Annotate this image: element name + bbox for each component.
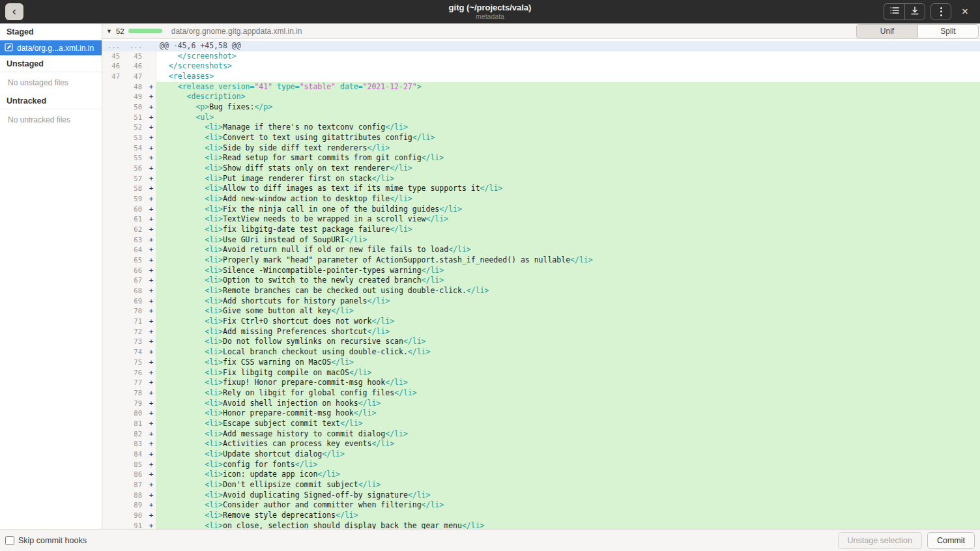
diff-line-row[interactable]: 76+ <li>Fix libgitg compile on macOS</li… [102, 368, 980, 378]
diff-line-row[interactable]: 71+ <li>Fix Ctrl+O shortcut does not wor… [102, 317, 980, 327]
diff-line-row[interactable]: 57+ <li>Put image renderer first on stac… [102, 174, 980, 184]
diff-line-row[interactable]: 55+ <li>Read setup for smart commits fro… [102, 153, 980, 163]
diff-line-row[interactable]: 79+ <li>Avoid shell injection on hooks</… [102, 399, 980, 409]
menu-button[interactable] [930, 3, 951, 20]
diff-line-row[interactable]: 68+ <li>Remote branches can be checked o… [102, 286, 980, 296]
diff-line-row[interactable]: 65+ <li>Properly mark "head" parameter o… [102, 255, 980, 266]
diff-marker: + [147, 449, 156, 460]
diff-line-row[interactable]: 66+ <li>Silence -Wincompatible-pointer-t… [102, 266, 980, 276]
diff-line-row[interactable]: 54+ <li>Side by side diff text renderers… [102, 143, 980, 154]
untracked-section-header: Untracked [0, 92, 102, 109]
diff-line-row[interactable]: 58+ <li>Allow to diff images as text if … [102, 184, 980, 194]
list-icon [890, 7, 899, 16]
diff-line-row[interactable]: 82+ <li>Add message history to commit di… [102, 429, 980, 440]
split-view-button[interactable]: Split [917, 24, 979, 38]
diff-line-row[interactable]: 48+ <release version="41" type="stable" … [102, 82, 980, 92]
diff-line-row[interactable]: 81+ <li>Escape subject commit text</li> [102, 419, 980, 429]
diff-line-row[interactable]: 80+ <li>Honor prepare-commit-msg hook</l… [102, 408, 980, 419]
diff-line-row[interactable]: 83+ <li>Activities can process key event… [102, 439, 980, 449]
diff-line-row[interactable]: 63+ <li>Use GUri instead of SoupURI</li> [102, 235, 980, 246]
new-line-number: 59 [124, 194, 147, 205]
diff-line-row[interactable]: 85+ <li>config for fonts</li> [102, 460, 980, 470]
new-line-number: ... [124, 41, 147, 51]
new-line-number: 80 [124, 408, 147, 419]
diff-line-row[interactable]: 89+ <li>Consider author and committer wh… [102, 500, 980, 511]
diff-line-row[interactable]: 91+ <li>on close, selection should displ… [102, 521, 980, 529]
new-line-number: 50 [124, 102, 147, 113]
expander-icon[interactable]: ▼ [106, 28, 112, 35]
diff-hunk-row[interactable]: ......@@ -45,6 +45,58 @@ [102, 41, 980, 51]
diff-line-row[interactable]: 64+ <li>Avoid return null if old or new … [102, 245, 980, 255]
back-button[interactable]: ‹ [5, 3, 23, 20]
new-line-number: 71 [124, 317, 147, 327]
diff-marker: + [147, 500, 156, 511]
diff-line-row[interactable]: 4646 </screenshots> [102, 61, 980, 72]
diff-line-row[interactable]: 72+ <li>Add missing Preferences shortcut… [102, 327, 980, 337]
diff-marker: + [147, 276, 156, 286]
code-text: <li>Update shortcut dialog</li> [156, 449, 980, 460]
diff-line-row[interactable]: 69+ <li>Add shortcuts for history panels… [102, 296, 980, 307]
action-buttons: Unstage selection Commit [838, 532, 975, 549]
close-window-button[interactable]: × [957, 3, 973, 20]
diff-line-row[interactable]: 84+ <li>Update shortcut dialog</li> [102, 449, 980, 460]
commit-button[interactable]: Commit [927, 532, 975, 549]
staged-file-item[interactable]: data/org.g...a.xml.in.in [0, 40, 102, 55]
diff-line-row[interactable]: 60+ <li>Fix the ninja call in one of the… [102, 205, 980, 215]
diff-line-row[interactable]: 62+ <li>fix libgitg-date test package fa… [102, 225, 980, 235]
diff-line-row[interactable]: 4747 <releases> [102, 72, 980, 82]
download-patch-button[interactable] [904, 3, 925, 20]
diff-marker: + [147, 122, 156, 133]
diff-line-row[interactable]: 88+ <li>Avoid duplicating Signed-off-by … [102, 490, 980, 501]
diff-line-row[interactable]: 51+ <ul> [102, 113, 980, 123]
code-text: <li>Activities can process key events</l… [156, 439, 980, 449]
diff-line-row[interactable]: 59+ <li>Add new-window action to desktop… [102, 194, 980, 205]
code-text: @@ -45,6 +45,58 @@ [156, 41, 980, 51]
diff-line-row[interactable]: 61+ <li>TextView needs to be wrapped in … [102, 214, 980, 225]
old-line-number [102, 470, 124, 480]
new-line-number: 48 [124, 82, 147, 92]
diff-line-row[interactable]: 56+ <li>Show diff stats only on text ren… [102, 163, 980, 174]
diff-marker: + [147, 470, 156, 480]
old-line-number [102, 480, 124, 490]
list-view-button[interactable] [884, 3, 904, 20]
new-line-number: 54 [124, 143, 147, 154]
new-line-number: 82 [124, 429, 147, 440]
code-text: <li>Fix Ctrl+O shortcut does not work</l… [156, 317, 980, 327]
skip-commit-hooks-checkbox[interactable] [5, 536, 14, 545]
diff-line-row[interactable]: 52+ <li>Manage if there's no textconv co… [102, 122, 980, 133]
diff-view[interactable]: ......@@ -45,6 +45,58 @@4545 </screensho… [102, 39, 980, 529]
diff-line-row[interactable]: 87+ <li>Don't ellipsize commit subject</… [102, 480, 980, 490]
unified-view-button[interactable]: Unif [856, 24, 917, 38]
diff-line-row[interactable]: 67+ <li>Option to switch to the newly cr… [102, 276, 980, 286]
old-line-number: ... [102, 41, 124, 51]
old-line-number [102, 113, 124, 123]
diff-line-row[interactable]: 70+ <li>Give some button alt key</li> [102, 306, 980, 317]
code-text: <li>on close, selection should display b… [156, 521, 980, 529]
diff-line-row[interactable]: 86+ <li>icon: update app icon</li> [102, 470, 980, 480]
diff-view-toggle: Unif Split [856, 24, 979, 38]
unstage-selection-button[interactable]: Unstage selection [838, 532, 922, 549]
new-line-number: 56 [124, 163, 147, 174]
code-text: <li>Remove style deprecations</li> [156, 511, 980, 521]
diff-marker: + [147, 286, 156, 296]
new-line-number: 81 [124, 419, 147, 429]
diff-line-row[interactable]: 77+ <li>fixup! Honor prepare-commit-msg … [102, 378, 980, 388]
diff-line-row[interactable]: 4545 </screenshot> [102, 51, 980, 62]
diff-marker: + [147, 378, 156, 388]
diff-marker: + [147, 306, 156, 317]
new-line-number: 60 [124, 205, 147, 215]
diff-line-row[interactable]: 90+ <li>Remove style deprecations</li> [102, 511, 980, 521]
diff-line-row[interactable]: 73+ <li>Do not follow symlinks on recurs… [102, 337, 980, 347]
diff-line-row[interactable]: 78+ <li>Rely on libgit for global config… [102, 388, 980, 399]
diff-marker: + [147, 460, 156, 470]
diff-line-row[interactable]: 53+ <li>Convert to text using gitattribu… [102, 133, 980, 143]
diff-line-row[interactable]: 74+ <li>Local branch checkout using doub… [102, 347, 980, 358]
diff-line-row[interactable]: 49+ <description> [102, 92, 980, 102]
diff-line-row[interactable]: 50+ <p>Bug fixes:</p> [102, 102, 980, 113]
code-text: <li>fix CSS warning on MacOS</li> [156, 358, 980, 368]
new-line-number: 57 [124, 174, 147, 184]
new-line-number: 62 [124, 225, 147, 235]
diff-line-row[interactable]: 75+ <li>fix CSS warning on MacOS</li> [102, 358, 980, 368]
code-text: <li>Use GUri instead of SoupURI</li> [156, 235, 980, 246]
skip-commit-hooks-option[interactable]: Skip commit hooks [5, 536, 87, 545]
